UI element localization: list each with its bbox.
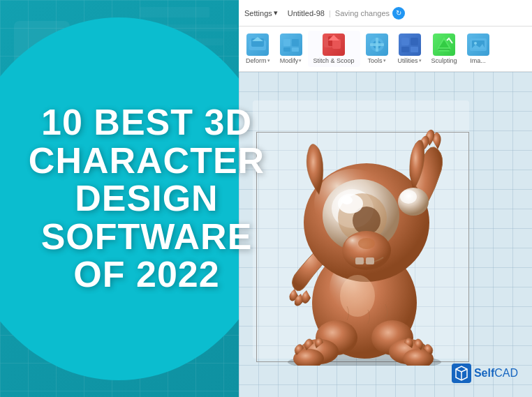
svg-rect-9 — [332, 39, 341, 49]
svg-rect-5 — [283, 47, 290, 52]
logo-self: Self — [474, 367, 494, 380]
heading-line2: CHARACTER — [29, 140, 265, 181]
tools-label: Tools ▾ — [368, 57, 386, 64]
main-heading: 10 BEST 3D CHARACTER DESIGN SOFTWARE OF … — [29, 103, 265, 294]
logo-cad: CAD — [494, 367, 518, 380]
heading-line5: OF 2022 — [73, 254, 219, 294]
tools-icon — [366, 33, 388, 56]
heading-line3: DESIGN — [75, 178, 218, 218]
utilities-arrow: ▾ — [419, 58, 422, 63]
selfcad-logo-text: SelfCAD — [474, 367, 518, 380]
tools-tool[interactable]: Tools ▾ — [362, 31, 392, 67]
sculpting-label: Sculpting — [431, 57, 457, 64]
svg-rect-18 — [411, 47, 418, 52]
stitch-character-svg — [249, 100, 480, 366]
tools-arrow: ▾ — [383, 58, 386, 63]
selfcad-logo: SelfCAD — [452, 364, 518, 383]
modify-label: Modify ▾ — [280, 57, 302, 64]
modify-svg — [281, 35, 301, 54]
sculpting-tool[interactable]: Sculpting — [427, 31, 461, 67]
svg-rect-15 — [401, 38, 409, 45]
image-tool[interactable]: Ima... — [463, 31, 494, 67]
selfcad-iconbar: Deform ▾ Modify ▾ — [239, 27, 532, 72]
tools-svg — [367, 35, 387, 54]
svg-point-47 — [340, 275, 375, 317]
utilities-label: Utilities ▾ — [398, 57, 422, 64]
modify-tool[interactable]: Modify ▾ — [276, 31, 306, 67]
heading-line1: 10 BEST 3D — [41, 102, 252, 142]
svg-point-46 — [358, 238, 375, 249]
svg-rect-4 — [292, 39, 299, 46]
selfcad-panel: Settings ▾ Untitled-98 | Saving changes … — [239, 0, 532, 397]
heading-overlay: 10 BEST 3D CHARACTER DESIGN SOFTWARE OF … — [0, 0, 279, 397]
save-spinner: ↻ — [392, 7, 405, 20]
svg-rect-45 — [366, 257, 374, 264]
svg-rect-44 — [355, 257, 364, 264]
toolbar-separator: | — [329, 9, 331, 17]
heading-line4: SOFTWARE — [41, 216, 253, 257]
stitch-label: Stitch & Scoop — [313, 57, 355, 64]
svg-point-39 — [341, 196, 353, 204]
stitch-icon — [323, 33, 345, 56]
image-label: Ima... — [470, 57, 486, 64]
saving-status: Saving changes ↻ — [335, 7, 405, 20]
utilities-icon — [399, 33, 421, 56]
svg-point-22 — [474, 42, 477, 45]
svg-rect-17 — [401, 47, 409, 52]
sculpting-icon — [433, 33, 455, 56]
stitch-svg — [323, 33, 345, 56]
selfcad-viewport: SelfCAD — [239, 72, 532, 397]
svg-rect-14 — [370, 43, 384, 46]
selfcad-toolbar: Settings ▾ Untitled-98 | Saving changes … — [239, 0, 532, 27]
main-container: 10 BEST 3D CHARACTER DESIGN SOFTWARE OF … — [0, 0, 532, 397]
sculpting-svg — [434, 35, 454, 54]
svg-rect-6 — [292, 47, 299, 52]
image-icon — [467, 33, 489, 56]
modify-arrow: ▾ — [299, 58, 302, 63]
svg-rect-3 — [283, 39, 290, 46]
stitch-tool[interactable]: Stitch & Scoop — [308, 31, 360, 67]
document-title: Untitled-98 — [288, 9, 325, 17]
modify-icon — [280, 33, 302, 56]
svg-point-41 — [400, 190, 417, 204]
image-svg — [468, 35, 488, 54]
selfcad-logo-icon — [452, 364, 471, 383]
svg-rect-19 — [438, 49, 450, 50]
svg-point-38 — [338, 194, 363, 214]
utilities-tool[interactable]: Utilities ▾ — [394, 31, 426, 67]
svg-rect-16 — [411, 38, 418, 45]
utilities-svg — [400, 35, 420, 54]
